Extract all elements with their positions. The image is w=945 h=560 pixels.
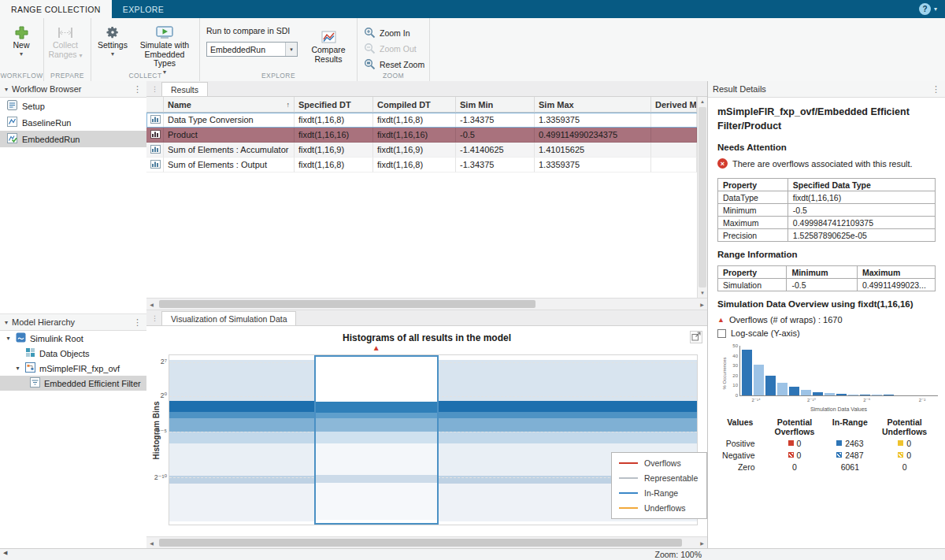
results-table-area: Name ↑ Specified DT Compiled DT Sim Min … xyxy=(146,97,707,298)
scrollbar-thumb[interactable] xyxy=(159,539,682,547)
mini-histogram-bar xyxy=(872,395,882,395)
scroll-up-icon[interactable]: ▲ xyxy=(698,97,707,106)
simulation-data-overview-chart: % Occurrences 504030201002⁻¹⁴2⁻¹⁰2⁻⁶2⁻² … xyxy=(722,343,941,412)
log-scale-checkbox[interactable] xyxy=(717,329,726,338)
mini-y-tick-label: 0 xyxy=(736,393,738,398)
export-chart-button[interactable] xyxy=(690,331,702,343)
cell-compiled-dt: fixdt(1,16,9) xyxy=(373,143,456,158)
panel-menu-icon[interactable]: ⋮ xyxy=(133,317,142,328)
column-header-label: Specified DT xyxy=(298,100,351,109)
legend-label: Underflows xyxy=(644,503,686,513)
table-header: Specified Data Type xyxy=(788,179,935,191)
data-objects-icon xyxy=(25,347,35,359)
tree-item-simulink-root[interactable]: ▾ Simulink Root xyxy=(0,331,146,346)
scroll-left-icon[interactable]: ◀ xyxy=(146,537,157,548)
histogram-band xyxy=(316,362,437,402)
table-row[interactable]: Sum of Elements : Accumulator fixdt(1,16… xyxy=(146,143,698,158)
underflows-line-swatch xyxy=(619,507,638,509)
column-header-derived-min[interactable]: Derived Min xyxy=(651,97,697,113)
workflow-item-setup[interactable]: Setup xyxy=(0,98,146,114)
workflow-item-baselinerun[interactable]: BaselineRun xyxy=(0,114,146,131)
log-scale-option[interactable]: Log-scale (Y-axis) xyxy=(717,328,936,338)
table-row-selected[interactable]: Product fixdt(1,16,16) fixdt(1,16,16) -0… xyxy=(146,128,698,143)
new-button-label: New xyxy=(13,41,29,50)
table-header: Potential Underflows xyxy=(873,417,936,437)
mini-y-tick-label: 50 xyxy=(732,343,738,348)
tab-range-collection[interactable]: RANGE COLLECTION xyxy=(0,0,112,18)
collect-ranges-button[interactable]: Collect Ranges ▾ xyxy=(44,21,87,60)
legend-item-representable: Representable xyxy=(619,473,699,483)
chevron-down-icon[interactable]: ▾ xyxy=(285,43,297,56)
scroll-left-icon[interactable]: ◀ xyxy=(146,299,157,310)
settings-button-label: Settings xyxy=(98,41,128,50)
cell-sim-max: 1.41015625 xyxy=(535,143,651,158)
workflow-browser-header: ▾ Workflow Browser ⋮ xyxy=(0,81,146,98)
collapse-chevron-icon[interactable]: ▾ xyxy=(5,86,8,93)
value-cell: 0.49911499023... xyxy=(857,279,935,291)
visualization-horizontal-scrollbar[interactable]: ◀ ▶ xyxy=(146,536,707,549)
overflow-hatch-swatch-icon xyxy=(788,452,794,458)
table-header: Property xyxy=(718,266,787,279)
run-select-value: EmbeddedRun xyxy=(207,45,285,54)
panel-handle-icon: ⋮ xyxy=(148,314,161,322)
results-horizontal-scrollbar[interactable]: ◀ ▶ xyxy=(146,298,707,310)
cell-specified-dt: fixdt(1,16,8) xyxy=(295,113,373,128)
ribbon-section-explore: Run to compare in SDI EmbeddedRun ▾ Comp… xyxy=(200,18,358,81)
mini-y-tick-label: 20 xyxy=(732,373,738,378)
tree-item-data-objects[interactable]: Data Objects xyxy=(0,346,146,361)
mini-histogram-bar xyxy=(825,393,835,395)
collect-ranges-icon xyxy=(57,24,73,41)
selected-result-highlight-box[interactable] xyxy=(314,355,439,525)
zoom-out-button[interactable]: Zoom Out xyxy=(364,41,429,57)
tree-expand-icon[interactable]: ▾ xyxy=(14,365,21,372)
panel-menu-icon[interactable]: ⋮ xyxy=(932,84,940,95)
cell-name: Sum of Elements : Accumulator xyxy=(164,143,295,158)
zoom-in-button[interactable]: Zoom In xyxy=(364,25,429,41)
representable-line-swatch xyxy=(619,477,638,479)
table-row[interactable]: Sum of Elements : Output fixdt(1,16,8) f… xyxy=(146,158,698,172)
collapse-chevron-icon[interactable]: ▾ xyxy=(5,319,8,326)
cell-derived-min xyxy=(651,128,697,143)
overflow-marker-icon: ▲ xyxy=(372,344,380,352)
vertical-scrollbar[interactable]: ▲ ▼ xyxy=(697,97,707,298)
mini-histogram-bar xyxy=(836,394,847,395)
tree-expand-icon[interactable]: ▾ xyxy=(5,335,12,342)
help-button[interactable]: ? ▾ xyxy=(919,0,945,18)
column-header-name[interactable]: Name ↑ xyxy=(164,97,295,113)
visualization-panel: Histograms of all results in the model H… xyxy=(146,326,707,536)
tree-item-embedded-efficient-filter[interactable]: Embedded Efficient Filter xyxy=(0,376,146,391)
tab-visualization[interactable]: Visualization of Simulation Data xyxy=(161,311,296,325)
property-cell: Maximum xyxy=(718,217,788,229)
cell-sim-min: -1.34375 xyxy=(456,113,535,128)
scrollbar-thumb[interactable] xyxy=(699,107,706,287)
column-header-specified-dt[interactable]: Specified DT xyxy=(295,97,373,113)
tree-item-label: mSimpleFIR_fxp_ovf xyxy=(39,364,120,373)
scroll-right-icon[interactable]: ▶ xyxy=(697,537,707,548)
workflow-item-embeddedrun[interactable]: EmbeddedRun xyxy=(0,131,146,147)
panel-menu-icon[interactable]: ⋮ xyxy=(133,84,142,95)
histogram-band xyxy=(316,418,437,432)
column-header-compiled-dt[interactable]: Compiled DT xyxy=(373,97,456,113)
tab-explore[interactable]: EXPLORE xyxy=(112,0,175,18)
table-header: Minimum xyxy=(787,266,858,279)
scroll-right-icon[interactable]: ▶ xyxy=(697,299,707,310)
value-cell: -0.5 xyxy=(788,204,935,217)
values-summary-table: Values Potential Overflows In-Range Pote… xyxy=(717,417,936,473)
reset-zoom-button[interactable]: Reset Zoom xyxy=(364,57,429,72)
scroll-down-icon[interactable]: ▼ xyxy=(698,288,707,298)
run-select-combobox[interactable]: EmbeddedRun ▾ xyxy=(206,42,298,57)
results-table: Name ↑ Specified DT Compiled DT Sim Min … xyxy=(146,97,698,298)
new-button[interactable]: New ▾ xyxy=(0,21,43,57)
overflow-count: 0 xyxy=(797,439,802,448)
table-header: Potential Overflows xyxy=(763,417,827,437)
tab-results[interactable]: Results xyxy=(161,82,208,96)
table-row[interactable]: Data Type Conversion fixdt(1,16,8) fixdt… xyxy=(146,113,698,128)
reset-zoom-label: Reset Zoom xyxy=(380,60,424,69)
column-header-sim-max[interactable]: Sim Max xyxy=(535,97,651,113)
tree-item-model[interactable]: ▾ mSimpleFIR_fxp_ovf xyxy=(0,361,146,376)
scrollbar-thumb[interactable] xyxy=(159,300,536,308)
tree-item-label: Data Objects xyxy=(39,349,90,358)
column-header-sim-min[interactable]: Sim Min xyxy=(456,97,535,113)
cell-compiled-dt: fixdt(1,16,8) xyxy=(373,158,456,172)
scroll-left-icon[interactable]: ◀ xyxy=(3,550,7,556)
